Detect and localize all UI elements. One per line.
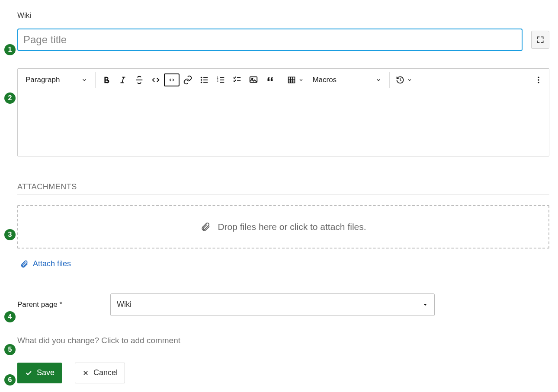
badge-6: 6 [4,374,16,386]
macros-label: Macros [312,76,337,84]
parent-page-select[interactable]: Wiki [110,293,435,316]
dropdown-icon [422,302,428,308]
attach-files-label: Attach files [33,259,71,268]
italic-button[interactable] [115,71,131,89]
svg-point-24 [538,76,539,78]
check-icon [25,369,32,377]
badge-1: 1 [4,44,16,55]
svg-line-2 [122,77,124,83]
svg-rect-12 [220,77,224,78]
bold-icon [102,75,111,85]
task-list-button[interactable] [229,71,245,89]
save-button[interactable]: Save [17,363,62,383]
bullet-list-icon [199,75,209,85]
quote-button[interactable] [262,71,278,89]
breadcrumb[interactable]: Wiki [17,9,549,29]
chevron-down-icon [375,77,382,83]
svg-point-25 [538,79,539,80]
close-icon [82,370,89,376]
history-button[interactable] [392,71,416,89]
code-block-icon [168,76,175,84]
fullscreen-button[interactable] [531,31,549,49]
expand-icon [536,35,545,44]
paperclip-icon [20,260,29,268]
chevron-down-icon [407,77,412,83]
ordered-list-button[interactable]: 12 [212,71,229,89]
save-label: Save [37,368,55,377]
svg-text:2: 2 [217,78,218,82]
badge-3: 3 [4,229,16,240]
ordered-list-icon: 12 [216,75,225,85]
more-vertical-icon [534,76,543,84]
image-button[interactable] [245,71,262,89]
code-inline-button[interactable] [148,71,164,89]
svg-point-26 [538,82,539,83]
more-button[interactable] [531,71,546,89]
strikethrough-icon [135,75,144,85]
block-format-select[interactable]: Paragraph [20,71,93,89]
table-button[interactable] [284,71,307,89]
separator [95,72,96,88]
attachments-heading: ATTACHMENTS [17,182,549,194]
code-icon [151,75,160,85]
editor-content-area[interactable] [18,91,549,156]
rich-text-editor: Paragraph [17,68,549,156]
dropzone-text: Drop files here or click to attach files… [218,222,366,232]
macros-select[interactable]: Macros [307,71,387,89]
svg-rect-7 [204,77,208,78]
block-format-label: Paragraph [26,76,60,84]
badge-5: 5 [4,344,16,355]
parent-page-label: Parent page * [17,300,106,309]
separator [281,72,281,88]
quote-icon [265,75,275,85]
svg-rect-9 [204,82,208,83]
svg-point-5 [201,79,202,81]
svg-point-4 [201,76,202,78]
link-button[interactable] [180,71,196,89]
image-icon [249,75,258,85]
attach-files-link[interactable]: Attach files [17,259,71,268]
strikethrough-button[interactable] [131,71,148,89]
chevron-down-icon [81,77,87,83]
bold-button[interactable] [98,71,115,89]
cancel-label: Cancel [93,368,118,377]
parent-page-value: Wiki [117,300,131,309]
svg-rect-8 [204,80,208,80]
badge-2: 2 [4,92,16,104]
svg-rect-14 [220,82,224,83]
task-list-icon [232,75,242,85]
svg-rect-19 [289,77,295,83]
change-comment-input[interactable] [17,334,549,347]
svg-point-6 [201,81,202,83]
cancel-button[interactable]: Cancel [75,363,125,383]
editor-toolbar: Paragraph [18,69,549,91]
chevron-down-icon [298,77,304,83]
svg-rect-13 [220,80,224,80]
link-icon [183,75,192,85]
history-icon [396,76,404,84]
separator [528,72,528,88]
page-title-input[interactable] [17,29,523,51]
badge-4: 4 [4,311,16,322]
paperclip-icon [200,222,211,232]
separator [389,72,390,88]
table-icon [287,76,296,84]
bullet-list-button[interactable] [196,71,212,89]
italic-icon [118,75,128,85]
attachments-dropzone[interactable]: Drop files here or click to attach files… [17,205,549,249]
code-block-button[interactable] [164,73,180,86]
